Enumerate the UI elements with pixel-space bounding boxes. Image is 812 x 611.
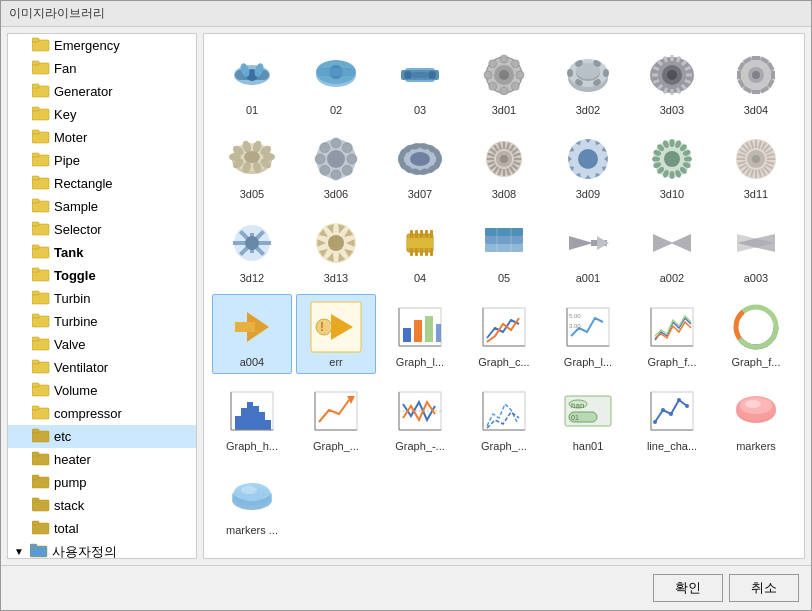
sidebar-item[interactable]: Pipe: [8, 149, 196, 172]
svg-rect-37: [32, 452, 39, 456]
svg-point-65: [516, 71, 524, 79]
ok-button[interactable]: 확인: [653, 574, 723, 602]
icon-cell[interactable]: 3d03: [632, 42, 712, 122]
svg-point-60: [428, 71, 436, 79]
icon-cell[interactable]: Graph_h...: [212, 378, 292, 458]
sidebar-item[interactable]: Valve: [8, 333, 196, 356]
icon-cell[interactable]: Graph_l...: [380, 294, 460, 374]
sidebar-item[interactable]: Selector: [8, 218, 196, 241]
svg-text:5.00: 5.00: [569, 313, 581, 319]
icon-cell[interactable]: 03: [380, 42, 460, 122]
icon-label: Graph_...: [313, 440, 359, 453]
cancel-button[interactable]: 취소: [729, 574, 799, 602]
icon-cell[interactable]: 3d08: [464, 126, 544, 206]
svg-point-64: [499, 70, 509, 80]
sidebar-item-label: Ventilator: [54, 360, 108, 375]
sidebar-item[interactable]: ▼ 사용자정의: [8, 540, 196, 559]
svg-point-259: [328, 235, 344, 251]
sidebar-item[interactable]: Moter: [8, 126, 196, 149]
icon-cell[interactable]: a002: [632, 210, 712, 290]
icon-cell[interactable]: 3d05: [212, 126, 292, 206]
sidebar-item[interactable]: Sample: [8, 195, 196, 218]
icon-cell[interactable]: markers: [716, 378, 796, 458]
icon-cell[interactable]: a001: [548, 210, 628, 290]
icon-label: markers: [736, 440, 776, 453]
svg-rect-5: [32, 84, 39, 88]
svg-rect-264: [415, 248, 418, 256]
svg-line-99: [685, 67, 691, 69]
icon-cell[interactable]: Graph_c...: [464, 294, 544, 374]
icon-label: 3d01: [492, 104, 516, 117]
sidebar-item[interactable]: Ventilator: [8, 356, 196, 379]
sidebar-item[interactable]: Turbin: [8, 287, 196, 310]
icon-label: 3d12: [240, 272, 264, 285]
sidebar-item[interactable]: Rectangle: [8, 172, 196, 195]
sidebar-item[interactable]: Volume: [8, 379, 196, 402]
icon-cell[interactable]: 3d09: [548, 126, 628, 206]
folder-icon: [32, 404, 50, 423]
icon-cell[interactable]: Graph_...: [464, 378, 544, 458]
icon-cell[interactable]: a003: [716, 210, 796, 290]
icon-image: [729, 132, 783, 186]
svg-rect-43: [32, 521, 39, 525]
icon-cell[interactable]: Graph_...: [296, 378, 376, 458]
sidebar-item[interactable]: pump: [8, 471, 196, 494]
sidebar-item[interactable]: Fan: [8, 57, 196, 80]
icon-label: 3d10: [660, 188, 684, 201]
svg-point-178: [500, 155, 508, 163]
icon-cell[interactable]: 3d07: [380, 126, 460, 206]
icon-cell[interactable]: 02: [296, 42, 376, 122]
icon-cell[interactable]: 5.00 3.00 Graph_l...: [548, 294, 628, 374]
sidebar-item[interactable]: Generator: [8, 80, 196, 103]
icon-cell[interactable]: 04: [380, 210, 460, 290]
icon-label: 04: [414, 272, 426, 285]
folder-icon: [32, 128, 50, 147]
icon-cell[interactable]: 3d13: [296, 210, 376, 290]
icon-cell[interactable]: 01: [212, 42, 292, 122]
svg-rect-262: [410, 248, 413, 256]
svg-rect-266: [420, 248, 423, 256]
sidebar-item[interactable]: stack: [8, 494, 196, 517]
icon-label: a001: [576, 272, 600, 285]
sidebar: Emergency Fan Generator Key Moter Pipe R…: [7, 33, 197, 559]
icon-cell[interactable]: Graph_f...: [632, 294, 712, 374]
icon-cell[interactable]: 3d10: [632, 126, 712, 206]
svg-point-132: [342, 165, 352, 175]
icon-cell[interactable]: ! err: [296, 294, 376, 374]
sidebar-item[interactable]: Toggle: [8, 264, 196, 287]
svg-marker-279: [597, 236, 609, 250]
icon-cell[interactable]: 3d12: [212, 210, 292, 290]
icon-cell[interactable]: Graph_-...: [380, 378, 460, 458]
icon-cell[interactable]: line_cha...: [632, 378, 712, 458]
svg-rect-293: [425, 316, 433, 342]
expand-icon[interactable]: ▼: [14, 546, 26, 557]
icon-cell[interactable]: 05: [464, 210, 544, 290]
sidebar-item[interactable]: Key: [8, 103, 196, 126]
sidebar-item[interactable]: compressor: [8, 402, 196, 425]
svg-rect-316: [247, 402, 253, 430]
icon-cell[interactable]: 3d02: [548, 42, 628, 122]
sidebar-item-label: Generator: [54, 84, 113, 99]
icon-cell[interactable]: a004: [212, 294, 292, 374]
icon-image: [645, 384, 699, 438]
icon-cell[interactable]: markers ...: [212, 462, 292, 542]
icon-cell[interactable]: 3d04: [716, 42, 796, 122]
sidebar-item[interactable]: Emergency: [8, 34, 196, 57]
folder-icon: [32, 519, 50, 538]
svg-line-89: [664, 88, 666, 94]
icon-image: [309, 132, 363, 186]
icon-cell[interactable]: han 01 han01: [548, 378, 628, 458]
icon-cell[interactable]: 3d11: [716, 126, 796, 206]
icon-image: [729, 216, 783, 270]
svg-marker-277: [569, 236, 593, 250]
svg-point-101: [667, 70, 677, 80]
sidebar-item[interactable]: Tank: [8, 241, 196, 264]
icon-cell[interactable]: 3d06: [296, 126, 376, 206]
sidebar-item[interactable]: total: [8, 517, 196, 540]
sidebar-item[interactable]: etc: [8, 425, 196, 448]
icon-cell[interactable]: 3d01: [464, 42, 544, 122]
icon-cell[interactable]: Graph_f...: [716, 294, 796, 374]
sidebar-item[interactable]: Turbine: [8, 310, 196, 333]
svg-rect-273: [485, 236, 523, 244]
sidebar-item[interactable]: heater: [8, 448, 196, 471]
